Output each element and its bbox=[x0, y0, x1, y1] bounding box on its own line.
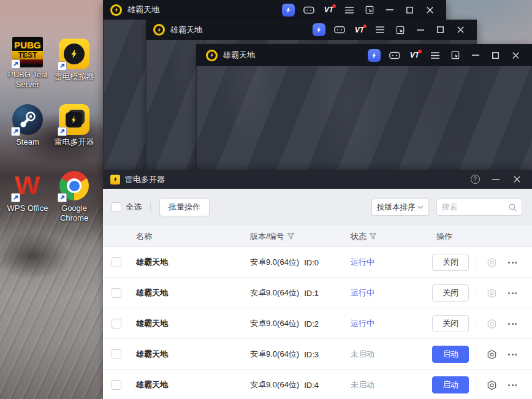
instance-name: 雄霸天地 bbox=[136, 278, 168, 308]
minimize-button[interactable] bbox=[465, 45, 485, 65]
ldplayer-logo-icon bbox=[153, 24, 165, 36]
desktop-icon-chrome[interactable]: Google Chrome bbox=[50, 170, 98, 223]
instance-version: 安卓9.0(64位)ID:3 bbox=[250, 339, 319, 370]
start-instance-button[interactable]: 启动 bbox=[432, 376, 469, 393]
rotate-window-icon[interactable] bbox=[359, 0, 379, 20]
close-button[interactable] bbox=[450, 20, 471, 40]
search-icon bbox=[509, 203, 517, 211]
vt-button[interactable]: VT bbox=[319, 0, 339, 20]
chevron-down-icon bbox=[417, 205, 424, 209]
more-options-button[interactable] bbox=[505, 379, 520, 391]
menu-icon[interactable] bbox=[370, 20, 390, 40]
desktop: PUBG TEST PUBG Test Server 雷电模拟器 bbox=[0, 0, 532, 399]
ldplayer-logo-icon bbox=[206, 50, 218, 61]
boost-button[interactable] bbox=[278, 0, 298, 20]
header-status: 状态 bbox=[351, 226, 376, 247]
minimize-button[interactable] bbox=[410, 20, 430, 40]
start-instance-button[interactable]: 启动 bbox=[432, 346, 469, 363]
emulator-titlebar[interactable]: 雄霸天地 VT bbox=[196, 44, 532, 66]
desktop-icon-steam[interactable]: Steam bbox=[4, 104, 51, 147]
instance-version: 安卓9.0(64位)ID:4 bbox=[250, 370, 319, 399]
manager-titlebar[interactable]: 雷电多开器 ? bbox=[103, 170, 532, 189]
desktop-icon-ldmulti[interactable]: 雷电多开器 bbox=[50, 104, 98, 147]
row-divider bbox=[476, 348, 476, 360]
instance-version: 安卓9.0(64位)ID:0 bbox=[250, 247, 319, 278]
header-name: 名称 bbox=[136, 226, 152, 247]
vt-button[interactable]: VT bbox=[405, 45, 425, 65]
window-title: 雄霸天地 bbox=[170, 25, 309, 36]
minimize-button[interactable] bbox=[485, 170, 506, 189]
more-options-button[interactable] bbox=[505, 348, 520, 360]
row-checkbox[interactable] bbox=[112, 288, 121, 298]
vt-red-dot bbox=[418, 50, 422, 53]
instance-row: 雄霸天地 安卓9.0(64位)ID:4 未启动 启动 bbox=[103, 370, 532, 399]
ldplayer-logo-icon bbox=[110, 4, 122, 16]
menu-icon[interactable] bbox=[339, 0, 359, 20]
rotate-window-icon[interactable] bbox=[445, 45, 465, 65]
shortcut-arrow-icon bbox=[58, 193, 67, 202]
maximize-button[interactable] bbox=[485, 45, 506, 65]
close-instance-button[interactable]: 关闭 bbox=[432, 254, 469, 271]
sort-dropdown[interactable]: 按版本排序 bbox=[371, 199, 429, 216]
settings-icon[interactable] bbox=[485, 317, 498, 330]
boost-button[interactable] bbox=[309, 20, 329, 40]
close-button[interactable] bbox=[420, 0, 440, 20]
settings-icon[interactable] bbox=[485, 287, 498, 299]
row-checkbox[interactable] bbox=[112, 257, 121, 267]
help-button[interactable]: ? bbox=[465, 170, 485, 189]
vt-red-dot bbox=[332, 4, 336, 8]
desktop-icon-label: Steam bbox=[16, 137, 39, 147]
desktop-icon-pubg[interactable]: PUBG TEST PUBG Test Server bbox=[4, 37, 51, 89]
batch-operations-button[interactable]: 批量操作 bbox=[159, 198, 210, 216]
desktop-icon-label: WPS Office bbox=[7, 203, 48, 213]
row-checkbox[interactable] bbox=[112, 380, 121, 390]
close-instance-button[interactable]: 关闭 bbox=[432, 315, 469, 332]
settings-icon[interactable] bbox=[485, 348, 498, 360]
desktop-icon-wps[interactable]: W WPS Office bbox=[4, 170, 51, 213]
gamepad-icon[interactable] bbox=[329, 20, 349, 40]
shortcut-arrow-icon bbox=[11, 193, 20, 202]
select-all-checkbox[interactable] bbox=[112, 202, 121, 212]
rotate-window-icon[interactable] bbox=[390, 20, 410, 40]
instance-version: 安卓9.0(64位)ID:2 bbox=[250, 308, 319, 339]
maximize-button[interactable] bbox=[430, 20, 450, 40]
filter-icon[interactable] bbox=[287, 233, 294, 240]
header-action: 操作 bbox=[436, 226, 452, 247]
filter-icon[interactable] bbox=[370, 233, 376, 240]
close-instance-button[interactable]: 关闭 bbox=[432, 284, 469, 302]
more-options-button[interactable] bbox=[505, 256, 520, 268]
more-options-button[interactable] bbox=[505, 287, 520, 299]
desktop-icon-label: 雷电模拟器 bbox=[55, 72, 94, 82]
search-input[interactable] bbox=[442, 203, 509, 211]
desktop-icon-ldplayer[interactable]: 雷电模拟器 bbox=[50, 39, 98, 82]
gamepad-icon[interactable] bbox=[384, 45, 405, 65]
instance-row: 雄霸天地 安卓9.0(64位)ID:2 运行中 关闭 bbox=[103, 308, 532, 339]
maximize-button[interactable] bbox=[400, 0, 420, 20]
row-checkbox[interactable] bbox=[112, 349, 121, 359]
close-button[interactable] bbox=[506, 45, 526, 65]
emulator-titlebar[interactable]: 雄霸天地 VT bbox=[146, 20, 477, 40]
select-all-label: 全选 bbox=[126, 202, 142, 213]
vt-red-dot bbox=[363, 25, 367, 28]
more-options-button[interactable] bbox=[505, 317, 520, 330]
instance-version: 安卓9.0(64位)ID:1 bbox=[250, 278, 319, 308]
ldmulti-logo-icon bbox=[110, 175, 120, 184]
table-header: 名称 版本/编号 状态 操作 bbox=[103, 226, 532, 247]
gamepad-icon[interactable] bbox=[298, 0, 319, 20]
instance-row: 雄霸天地 安卓9.0(64位)ID:3 未启动 启动 bbox=[103, 339, 532, 370]
instance-status: 未启动 bbox=[351, 339, 374, 370]
boost-button[interactable] bbox=[364, 45, 384, 65]
vt-button[interactable]: VT bbox=[349, 20, 370, 40]
settings-icon[interactable] bbox=[485, 379, 498, 391]
emulator-titlebar[interactable]: 雄霸天地 VT bbox=[103, 0, 446, 20]
minimize-button[interactable] bbox=[379, 0, 400, 20]
shortcut-arrow-icon bbox=[11, 127, 20, 136]
row-divider bbox=[476, 256, 476, 268]
close-button[interactable] bbox=[506, 170, 527, 189]
instance-status: 运行中 bbox=[351, 278, 374, 308]
desktop-icon-label: 雷电多开器 bbox=[55, 137, 94, 147]
search-box[interactable] bbox=[436, 199, 522, 216]
menu-icon[interactable] bbox=[425, 45, 445, 65]
row-checkbox[interactable] bbox=[112, 319, 121, 329]
settings-icon[interactable] bbox=[485, 256, 498, 268]
